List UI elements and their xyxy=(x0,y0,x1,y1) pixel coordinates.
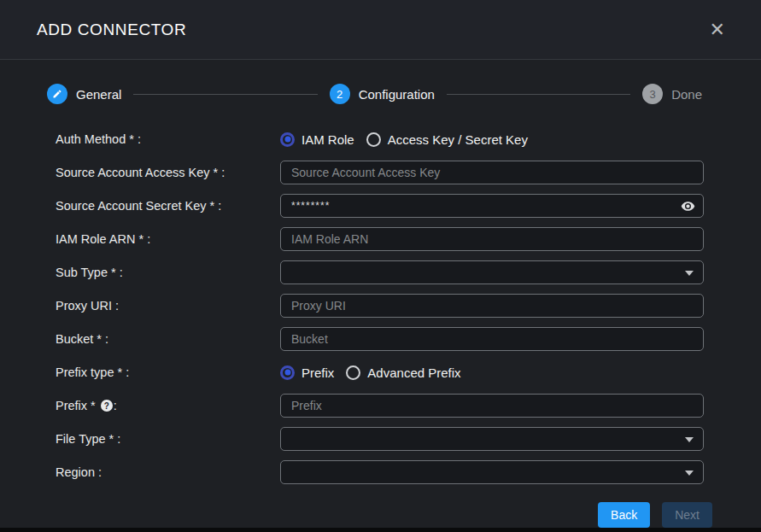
access-key-input[interactable] xyxy=(280,161,704,184)
close-icon[interactable]: ✕ xyxy=(710,20,725,39)
prefix-label-colon: : xyxy=(114,399,117,412)
eye-icon[interactable] xyxy=(681,199,695,213)
sub-type-select[interactable] xyxy=(280,260,704,284)
secret-key-row: Source Account Secret Key * : xyxy=(56,194,761,218)
access-key-label: Source Account Access Key * : xyxy=(56,166,280,179)
configuration-form: Auth Method * : IAM Role Access Key / Se… xyxy=(0,104,761,499)
radio-advanced-prefix[interactable]: Advanced Prefix xyxy=(346,365,460,380)
modal-footer: Back Next xyxy=(0,499,761,528)
radio-unselected-icon xyxy=(346,365,360,380)
proxy-uri-row: Proxy URI : xyxy=(56,294,761,318)
auth-method-label: Auth Method * : xyxy=(56,132,280,146)
file-type-row: File Type * : xyxy=(56,427,761,451)
wizard-stepper: General 2 Configuration 3 Done xyxy=(0,60,761,104)
proxy-uri-label: Proxy URI : xyxy=(56,299,280,313)
radio-iam-role-label: IAM Role xyxy=(301,132,354,147)
add-connector-modal: ADD CONNECTOR ✕ General 2 Configuration … xyxy=(0,0,761,528)
iam-role-arn-input[interactable] xyxy=(280,227,704,251)
file-type-select[interactable] xyxy=(280,427,704,451)
step-configuration-label: Configuration xyxy=(359,87,435,102)
page-background-strip xyxy=(0,528,761,532)
prefix-type-radio-group: Prefix Advanced Prefix xyxy=(280,365,704,380)
step-2-badge: 2 xyxy=(330,84,350,104)
file-type-label: File Type * : xyxy=(56,432,280,446)
radio-access-key-label: Access Key / Secret Key xyxy=(388,132,528,147)
radio-prefix-label: Prefix xyxy=(301,365,334,380)
help-question-icon[interactable]: ? xyxy=(101,400,113,412)
back-button[interactable]: Back xyxy=(598,502,650,528)
prefix-row: Prefix * ? : xyxy=(56,394,761,418)
step-general[interactable]: General xyxy=(47,84,121,104)
radio-selected-icon xyxy=(280,132,295,147)
stepper-line xyxy=(447,94,630,95)
prefix-label-text: Prefix * xyxy=(56,399,96,412)
prefix-type-label: Prefix type * : xyxy=(56,365,280,379)
proxy-uri-input[interactable] xyxy=(280,294,704,318)
modal-header: ADD CONNECTOR ✕ xyxy=(0,0,761,60)
radio-access-key[interactable]: Access Key / Secret Key xyxy=(366,132,528,147)
prefix-type-row: Prefix type * : Prefix Advanced Prefix xyxy=(56,360,761,384)
region-select[interactable] xyxy=(280,460,704,484)
auth-method-row: Auth Method * : IAM Role Access Key / Se… xyxy=(56,127,761,151)
radio-prefix[interactable]: Prefix xyxy=(280,365,334,380)
region-row: Region : xyxy=(56,460,761,484)
secret-key-label: Source Account Secret Key * : xyxy=(56,199,280,213)
secret-key-input[interactable] xyxy=(280,194,704,218)
radio-selected-icon xyxy=(280,365,295,380)
access-key-row: Source Account Access Key * : xyxy=(56,161,761,184)
bucket-label: Bucket * : xyxy=(56,332,280,346)
step-general-label: General xyxy=(76,87,121,102)
modal-title: ADD CONNECTOR xyxy=(37,20,186,39)
radio-iam-role[interactable]: IAM Role xyxy=(280,132,354,147)
prefix-label: Prefix * ? : xyxy=(56,399,280,412)
bucket-input[interactable] xyxy=(280,327,704,351)
next-button[interactable]: Next xyxy=(662,502,712,528)
auth-method-radio-group: IAM Role Access Key / Secret Key xyxy=(280,132,704,147)
step-configuration[interactable]: 2 Configuration xyxy=(330,84,435,104)
step-done[interactable]: 3 Done xyxy=(642,84,702,104)
sub-type-label: Sub Type * : xyxy=(56,266,280,279)
sub-type-row: Sub Type * : xyxy=(56,260,761,284)
radio-advanced-prefix-label: Advanced Prefix xyxy=(367,365,460,380)
iam-role-arn-row: IAM Role ARN * : xyxy=(56,227,761,251)
step-done-label: Done xyxy=(671,87,702,102)
radio-unselected-icon xyxy=(366,132,381,147)
region-label: Region : xyxy=(56,465,280,479)
pencil-icon xyxy=(47,84,67,104)
stepper-line xyxy=(133,94,317,95)
step-3-badge: 3 xyxy=(642,84,663,104)
iam-role-arn-label: IAM Role ARN * : xyxy=(56,232,280,246)
prefix-input[interactable] xyxy=(280,394,704,418)
bucket-row: Bucket * : xyxy=(56,327,761,351)
